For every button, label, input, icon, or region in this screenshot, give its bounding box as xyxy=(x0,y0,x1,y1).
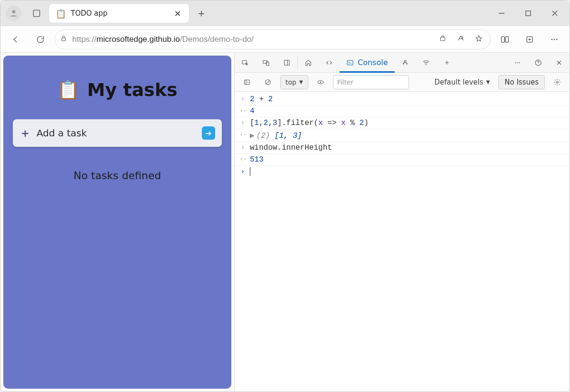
tab-close-button[interactable]: ✕ xyxy=(173,9,182,19)
svg-point-14 xyxy=(551,38,553,40)
devtools-help-button[interactable] xyxy=(528,59,549,67)
devtools-more-button[interactable] xyxy=(507,59,528,67)
svg-point-0 xyxy=(12,10,16,13)
tab-favicon-icon: 📋 xyxy=(56,9,66,19)
issues-button[interactable]: No Issues xyxy=(498,75,545,89)
svg-rect-6 xyxy=(62,38,66,40)
inspect-element-button[interactable] xyxy=(235,59,256,67)
svg-point-28 xyxy=(515,62,516,63)
page-title: 📋 My tasks xyxy=(57,79,177,100)
svg-point-15 xyxy=(554,38,555,40)
tab-network[interactable] xyxy=(416,53,437,72)
devtools-panel: Console xyxy=(234,53,570,392)
svg-rect-10 xyxy=(505,37,509,42)
browser-toolbar: https://microsoftedge.github.io/Demos/de… xyxy=(0,26,570,53)
svg-rect-9 xyxy=(502,37,505,42)
tab-welcome[interactable] xyxy=(298,53,319,72)
dock-side-button[interactable] xyxy=(276,59,297,67)
svg-rect-7 xyxy=(440,37,445,40)
filter-input[interactable]: Filter xyxy=(333,75,409,89)
console-output-row: ‹·4 xyxy=(235,105,570,117)
tab-actions-button[interactable] xyxy=(27,4,46,23)
empty-state-text: No tasks defined xyxy=(74,170,161,182)
svg-point-25 xyxy=(426,65,426,65)
browser-tabstrip: 📋 TODO app ✕ ＋ xyxy=(0,0,570,26)
window-close-button[interactable] xyxy=(543,4,567,23)
url-text: https://microsoftedge.github.io/Demos/de… xyxy=(72,35,431,44)
devtools-close-button[interactable] xyxy=(549,59,570,67)
console-output[interactable]: ›2 + 2‹·4›[1,2,3].filter(x => x % 2)‹·▶(… xyxy=(235,92,570,392)
tab-console[interactable]: Console xyxy=(340,53,395,72)
svg-point-40 xyxy=(320,81,321,83)
toggle-sidebar-button[interactable] xyxy=(238,75,256,89)
tab-elements[interactable] xyxy=(319,53,340,72)
svg-point-41 xyxy=(556,81,558,83)
console-prompt[interactable]: › xyxy=(235,166,570,177)
svg-rect-22 xyxy=(347,60,353,65)
console-settings-button[interactable] xyxy=(549,75,566,89)
add-task-placeholder: Add a task xyxy=(37,127,196,139)
split-screen-button[interactable] xyxy=(494,30,515,49)
collections-button[interactable] xyxy=(519,30,540,49)
console-output-row: ‹·513 xyxy=(235,154,570,166)
clipboard-icon: 📋 xyxy=(57,79,79,100)
profile-avatar[interactable] xyxy=(6,6,21,21)
device-emulation-button[interactable] xyxy=(256,59,276,67)
svg-point-29 xyxy=(517,62,518,63)
svg-rect-3 xyxy=(526,11,531,16)
submit-task-button[interactable]: ➔ xyxy=(202,126,215,140)
context-selector[interactable]: top▼ xyxy=(280,75,308,89)
console-input-row: ›[1,2,3].filter(x => x % 2) xyxy=(235,117,570,129)
console-input-row: ›window.innerHeight xyxy=(235,142,570,154)
clear-console-button[interactable] xyxy=(259,75,276,89)
plus-icon: ＋ xyxy=(19,125,31,141)
tab-add[interactable] xyxy=(437,53,457,72)
svg-line-38 xyxy=(266,80,270,84)
expand-icon[interactable]: ▶ xyxy=(250,132,255,140)
shopping-icon[interactable] xyxy=(436,35,449,44)
console-input-row: ›2 + 2 xyxy=(235,94,570,105)
devtools-tabstrip: Console xyxy=(235,53,570,73)
svg-point-24 xyxy=(404,60,406,62)
console-output-row: ‹·▶(2) [1, 3] xyxy=(235,129,570,142)
favorite-icon[interactable] xyxy=(472,35,485,44)
tab-sources[interactable] xyxy=(395,53,416,72)
address-bar[interactable]: https://microsoftedge.github.io/Demos/de… xyxy=(55,29,491,49)
svg-point-30 xyxy=(519,62,520,63)
svg-rect-35 xyxy=(245,80,250,84)
log-levels-selector[interactable]: Default levels ▼ xyxy=(429,75,494,89)
svg-marker-8 xyxy=(476,36,482,41)
browser-tab[interactable]: 📋 TODO app ✕ xyxy=(49,4,189,23)
svg-point-32 xyxy=(538,64,538,64)
more-button[interactable] xyxy=(544,30,565,49)
read-aloud-icon[interactable] xyxy=(454,35,467,44)
rendered-page: 📋 My tasks ＋ Add a task ➔ No tasks defin… xyxy=(3,56,231,389)
svg-rect-20 xyxy=(285,60,290,65)
add-task-input[interactable]: ＋ Add a task ➔ xyxy=(13,119,222,147)
tab-title: TODO app xyxy=(71,9,168,18)
window-minimize-button[interactable] xyxy=(490,4,513,23)
new-tab-button[interactable]: ＋ xyxy=(192,4,211,23)
refresh-button[interactable] xyxy=(30,30,51,49)
back-button[interactable] xyxy=(5,30,26,49)
console-filterbar: top▼ Filter Default levels ▼ No Issues xyxy=(235,73,570,92)
main-area: 📋 My tasks ＋ Add a task ➔ No tasks defin… xyxy=(0,53,570,392)
svg-rect-1 xyxy=(33,10,39,16)
window-maximize-button[interactable] xyxy=(516,4,540,23)
site-info-icon[interactable] xyxy=(60,35,67,44)
svg-point-16 xyxy=(556,38,558,40)
live-expression-button[interactable] xyxy=(312,75,329,89)
